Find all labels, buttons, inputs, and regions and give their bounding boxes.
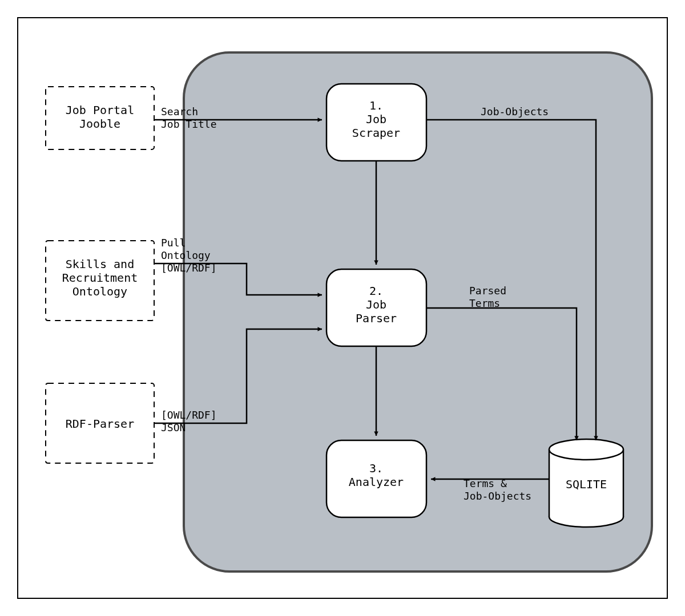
node-parser-num: 2. bbox=[369, 284, 383, 298]
node-parser-l2: Parser bbox=[356, 311, 397, 325]
edge-pullont-l2: Ontology bbox=[161, 249, 211, 261]
node-job-parser: 2. Job Parser bbox=[327, 269, 426, 346]
edge-rdfjson-l2: JSON bbox=[161, 422, 186, 433]
ext-ontology: Skills and Recruitment Ontology bbox=[46, 241, 154, 321]
svg-point-11 bbox=[549, 439, 623, 460]
ext-job-portal: Job Portal Jooble bbox=[46, 87, 154, 149]
node-scraper-num: 1. bbox=[369, 99, 383, 112]
node-scraper-l2: Scraper bbox=[352, 126, 400, 140]
node-sqlite-label: SQLITE bbox=[566, 477, 607, 491]
ext-rdf-parser-label: RDF-Parser bbox=[66, 417, 134, 431]
edge-pullont-l1: Pull bbox=[161, 237, 186, 249]
edge-pullont-l3: [OWL/RDF] bbox=[161, 262, 217, 274]
node-parser-l1: Job bbox=[366, 298, 386, 311]
diagram-frame: Job Portal Jooble Skills and Recruitment… bbox=[17, 17, 668, 599]
node-analyzer-num: 3. bbox=[369, 461, 383, 475]
edge-parsed-l2: Terms bbox=[469, 297, 500, 309]
node-sqlite: SQLITE bbox=[549, 439, 623, 527]
ext-ontology-line3: Ontology bbox=[72, 285, 127, 298]
edge-search-l2: Job Title bbox=[161, 118, 217, 130]
node-analyzer: 3. Analyzer bbox=[327, 440, 426, 517]
ext-ontology-line1: Skills and bbox=[66, 257, 134, 271]
node-job-scraper: 1. Job Scraper bbox=[327, 84, 426, 161]
node-scraper-l1: Job bbox=[366, 112, 386, 126]
edge-jobobjects-label: Job-Objects bbox=[481, 106, 549, 117]
edge-termsjobs-l2: Job-Objects bbox=[464, 490, 531, 502]
node-analyzer-l1: Analyzer bbox=[349, 475, 404, 489]
ext-rdf-parser: RDF-Parser bbox=[46, 383, 154, 463]
edge-termsjobs-l1: Terms & bbox=[464, 477, 507, 489]
ext-ontology-line2: Recruitment bbox=[62, 271, 138, 285]
edge-rdfjson-l1: [OWL/RDF] bbox=[161, 409, 217, 421]
edge-parsed-l1: Parsed bbox=[469, 285, 506, 297]
ext-job-portal-line2: Jooble bbox=[79, 117, 120, 131]
ext-job-portal-line1: Job Portal bbox=[66, 103, 134, 117]
edge-search-l1: Search bbox=[161, 106, 198, 117]
